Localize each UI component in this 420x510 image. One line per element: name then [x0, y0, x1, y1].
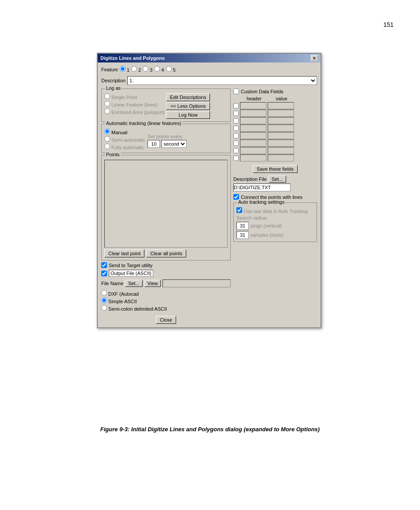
- set-points-input[interactable]: [147, 140, 160, 148]
- field-header-2[interactable]: [240, 110, 266, 117]
- feature-label: Feature: [101, 67, 118, 72]
- connect-points-label: Connect the points with lines: [241, 194, 302, 200]
- field-value-2[interactable]: [268, 110, 294, 117]
- file-name-set-button[interactable]: Set...: [125, 280, 143, 287]
- field-row-2: [233, 110, 317, 117]
- edit-descriptions-button[interactable]: Edit Descriptions: [166, 93, 210, 101]
- description-row: Description 1.: [101, 76, 317, 85]
- field-header-1[interactable]: [240, 102, 266, 109]
- tracking-semi-auto[interactable]: Semi-automatic: [104, 136, 145, 143]
- feature-radio-5[interactable]: 5: [166, 66, 176, 73]
- log-as-group: Log as Single Point Linear Feature (line…: [101, 88, 231, 122]
- automatic-tracking-content: Manual Semi-automatic Fully automatic Se…: [104, 128, 228, 150]
- feature-radio-4[interactable]: 4: [154, 66, 164, 73]
- field-header-3[interactable]: [240, 117, 266, 124]
- log-as-linear-feature[interactable]: Linear Feature (lines): [104, 101, 164, 107]
- field-row-6: [233, 139, 317, 147]
- tracking-manual[interactable]: Manual: [104, 128, 145, 135]
- description-file-input[interactable]: [233, 183, 291, 191]
- send-to-target-checkbox[interactable]: [101, 262, 107, 268]
- field-value-6[interactable]: [268, 139, 294, 147]
- description-file-row: Description File Set...: [233, 176, 317, 183]
- field-row-8: [233, 154, 317, 161]
- automatic-tracking-group: Automatic tracking (linear features) Man…: [101, 124, 231, 153]
- custom-data-fields-checkbox[interactable]: [233, 88, 239, 94]
- description-file-set-button[interactable]: Set...: [269, 176, 286, 183]
- custom-data-fields-header: Custom Data Fields: [233, 88, 317, 94]
- feature-radio-3[interactable]: 3: [143, 66, 152, 73]
- send-to-target-row: Send to Target utility: [101, 262, 231, 268]
- format-simple-ascii[interactable]: Simple ASCII: [101, 297, 231, 304]
- field-value-7[interactable]: [268, 147, 294, 154]
- pings-label: pings (vertical): [251, 223, 282, 228]
- field-check-8[interactable]: [233, 155, 239, 161]
- tracking-row: Manual Semi-automatic Fully automatic Se…: [104, 128, 228, 150]
- dialog-wrapper: Digitize Lines and Polygons × Feature 1 …: [97, 53, 321, 328]
- value-col-label: value: [276, 96, 287, 101]
- custom-data-fields-section: Custom Data Fields header value: [233, 88, 317, 173]
- field-header-4[interactable]: [240, 125, 266, 132]
- field-check-4[interactable]: [233, 125, 239, 131]
- fields-header-row: header value: [233, 96, 317, 101]
- tracking-fully-auto[interactable]: Fully automatic: [104, 143, 145, 150]
- field-value-3[interactable]: [268, 117, 294, 124]
- log-as-content: Single Point Linear Feature (lines) Encl…: [104, 93, 228, 119]
- file-name-view-button[interactable]: View: [144, 280, 161, 287]
- description-file-label: Description File: [233, 176, 267, 182]
- file-format-options: DXF (Autocad Simple ASCII Semi-colon del…: [101, 290, 231, 312]
- field-check-1[interactable]: [233, 103, 239, 109]
- use-raw-data-label[interactable]: Use raw data in Auto Tracking: [236, 207, 314, 214]
- dialog-titlebar: Digitize Lines and Polygons ×: [98, 54, 321, 62]
- less-options-button[interactable]: << Less Options: [166, 102, 210, 110]
- feature-radio-2[interactable]: 2: [131, 66, 141, 73]
- left-panel: Log as Single Point Linear Feature (line…: [101, 88, 231, 324]
- search-radius-label: Search radius:: [236, 215, 314, 220]
- field-header-8[interactable]: [240, 154, 266, 161]
- dialog-close-button[interactable]: ×: [311, 55, 318, 61]
- field-row-7: [233, 147, 317, 154]
- field-check-6[interactable]: [233, 140, 239, 146]
- points-display-area: [104, 160, 228, 248]
- use-raw-data-checkbox[interactable]: [236, 207, 242, 213]
- feature-radio-1[interactable]: 1: [120, 66, 129, 73]
- field-row-4: [233, 125, 317, 132]
- field-check-7[interactable]: [233, 148, 239, 154]
- field-header-5[interactable]: [240, 132, 266, 139]
- format-dxf[interactable]: DXF (Autocad: [101, 290, 231, 297]
- close-button[interactable]: Close: [156, 316, 176, 324]
- description-select[interactable]: 1.: [127, 76, 317, 85]
- log-as-enclosed-area[interactable]: Enclosed Area (polygon): [104, 108, 164, 115]
- auto-tracking-content: Use raw data in Auto Tracking Search rad…: [236, 207, 314, 239]
- field-check-5[interactable]: [233, 133, 239, 139]
- field-check-3[interactable]: [233, 118, 239, 124]
- header-col-label: header: [247, 96, 262, 101]
- field-value-1[interactable]: [268, 102, 294, 109]
- field-row-5: [233, 132, 317, 139]
- pings-input[interactable]: [236, 222, 249, 230]
- log-now-button[interactable]: Log Now: [166, 111, 210, 119]
- field-row-1: [233, 102, 317, 109]
- points-legend: Points: [105, 152, 121, 157]
- samples-label: samples (horiz): [251, 232, 284, 238]
- save-fields-button[interactable]: Save these fields: [253, 165, 298, 173]
- field-value-5[interactable]: [268, 132, 294, 139]
- set-points-label: Set points every: [147, 134, 187, 139]
- field-header-7[interactable]: [240, 147, 266, 154]
- field-value-8[interactable]: [268, 154, 294, 161]
- output-file-checkbox[interactable]: [101, 271, 107, 276]
- file-name-input[interactable]: [162, 279, 231, 287]
- log-as-single-point[interactable]: Single Point: [104, 93, 164, 100]
- dialog-body: Feature 1 2 3 4 5 Description 1.: [98, 62, 321, 327]
- file-name-label: File Name: [101, 281, 123, 286]
- set-points-unit-select[interactable]: second minute: [161, 140, 187, 148]
- automatic-tracking-legend: Automatic tracking (linear features): [105, 121, 182, 126]
- field-value-4[interactable]: [268, 125, 294, 132]
- log-as-radios: Single Point Linear Feature (lines) Encl…: [104, 93, 164, 115]
- field-header-6[interactable]: [240, 139, 266, 147]
- clear-all-points-button[interactable]: Clear all points: [146, 249, 186, 257]
- samples-input[interactable]: [236, 231, 249, 239]
- field-check-2[interactable]: [233, 110, 239, 116]
- right-panel: Custom Data Fields header value: [233, 88, 317, 324]
- format-semicolon-ascii[interactable]: Semi-colon delimited ASCII: [101, 305, 231, 312]
- clear-last-point-button[interactable]: Clear last point: [104, 249, 144, 257]
